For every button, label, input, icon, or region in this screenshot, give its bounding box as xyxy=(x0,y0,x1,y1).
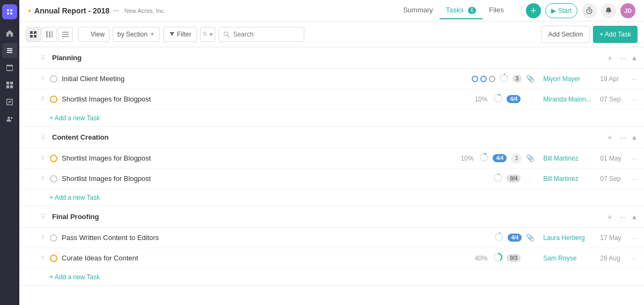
add-task-row: + Add a new Task xyxy=(19,110,644,127)
svg-rect-0 xyxy=(7,48,13,49)
logo xyxy=(2,4,17,19)
task-due-date: 17 May xyxy=(600,234,627,242)
section-chevron-icon[interactable]: ▲ xyxy=(631,134,638,141)
task-assignee[interactable]: Miyori Mayer xyxy=(543,75,591,83)
project-more[interactable]: ··· xyxy=(113,6,119,15)
view-label-button[interactable]: View xyxy=(78,27,109,42)
task-drag-handle[interactable]: ⠿ xyxy=(41,235,45,241)
task-checkbox[interactable] xyxy=(50,175,57,183)
task-drag-handle[interactable]: ⠿ xyxy=(41,176,45,181)
chevron-down-icon: ▼ xyxy=(150,31,155,37)
task-progress-ring xyxy=(494,94,502,104)
section-planning: ⠿ Planning + ··· ▲ ⠿ Initial Client Meet… xyxy=(19,47,644,127)
user-avatar[interactable]: JD xyxy=(620,3,635,18)
section-add-button[interactable]: + xyxy=(605,53,614,63)
task-drag-handle[interactable]: ⠿ xyxy=(41,155,45,161)
task-checkbox[interactable] xyxy=(50,75,57,83)
task-progress-ring xyxy=(495,233,503,243)
task-progress-ring xyxy=(494,253,502,263)
task-name: Shortlist Images for Blogpost xyxy=(62,154,456,162)
section-header-content-creation: ⠿ Content Creation + ··· ▲ xyxy=(19,127,644,148)
sidebar-home-icon[interactable] xyxy=(2,26,17,41)
section-more-button[interactable]: ··· xyxy=(617,132,628,143)
task-more-button[interactable]: ··· xyxy=(631,254,638,263)
section-select-button[interactable]: by Section ▼ xyxy=(113,27,160,42)
task-percent: 10% xyxy=(474,96,487,103)
table-row: ⠿ Shortlist Images for Blogpost 10% 4/4 … xyxy=(19,148,644,169)
section-add-button[interactable]: + xyxy=(605,132,614,143)
notify-button[interactable] xyxy=(601,3,616,18)
task-more-button[interactable]: ··· xyxy=(631,154,638,163)
section-actions: + ··· ▲ xyxy=(605,212,638,222)
task-checkbox[interactable] xyxy=(50,234,57,242)
search-input[interactable] xyxy=(233,31,287,38)
sidebar-calendar-icon[interactable] xyxy=(2,60,17,75)
sidebar-reports-icon[interactable] xyxy=(2,95,17,110)
sidebar xyxy=(0,0,19,305)
sidebar-dashboard-icon[interactable] xyxy=(2,77,17,92)
table-row: ⠿ Initial Client Meeting 3 📎 Miyori Maye… xyxy=(19,69,644,89)
section-header-planning: ⠿ Planning + ··· ▲ xyxy=(19,47,644,69)
svg-point-4 xyxy=(11,117,13,119)
project-title-area: ● Annual Report - 2018 ··· New Acres, In… xyxy=(28,6,397,15)
view-grid-button[interactable] xyxy=(26,27,41,42)
task-checkbox[interactable] xyxy=(50,96,57,103)
sidebar-people-icon[interactable] xyxy=(2,112,17,127)
add-task-link[interactable]: + Add a new Task xyxy=(49,194,100,201)
section-drag-handle[interactable]: ⠿ xyxy=(41,213,46,221)
section-drag-handle[interactable]: ⠿ xyxy=(41,54,46,62)
task-assignee[interactable]: Laura Herberg xyxy=(543,234,591,242)
sort-button[interactable]: ▼ xyxy=(200,27,215,42)
task-assignee[interactable]: Miranda Malon... xyxy=(543,96,591,103)
tab-summary[interactable]: Summary xyxy=(397,2,440,19)
section-final-proofing: ⠿ Final Proofing + ··· ▲ ⠿ Pass Written … xyxy=(19,206,644,286)
nav-tabs: Summary Tasks 6 Files xyxy=(397,2,510,19)
nav-divider xyxy=(521,5,522,16)
add-task-button[interactable]: + Add Task xyxy=(593,26,638,43)
view-toggle xyxy=(26,27,73,42)
top-nav: ● Annual Report - 2018 ··· New Acres, In… xyxy=(19,0,644,21)
sidebar-tasks-icon[interactable] xyxy=(2,43,17,58)
section-add-button[interactable]: + xyxy=(605,212,614,222)
section-chevron-icon[interactable]: ▲ xyxy=(631,213,638,221)
task-assignee[interactable]: Bill Martinez xyxy=(543,155,591,162)
filter-button[interactable]: Filter xyxy=(163,27,197,42)
svg-point-3 xyxy=(8,117,10,119)
task-more-button[interactable]: ··· xyxy=(631,95,638,104)
section-chevron-icon[interactable]: ▲ xyxy=(631,54,638,62)
section-more-button[interactable]: ··· xyxy=(617,212,628,222)
add-section-button[interactable]: Add Section xyxy=(541,26,590,43)
table-row: ⠿ Shortlist Images for Blogpost 10% 4/4 … xyxy=(19,89,644,110)
task-assignee[interactable]: Bill Martinez xyxy=(543,175,591,183)
section-header-final-proofing: ⠿ Final Proofing + ··· ▲ xyxy=(19,206,644,228)
tab-files[interactable]: Files xyxy=(482,2,510,19)
task-assignee[interactable]: Sam Royse xyxy=(543,255,591,262)
start-button[interactable]: ▶ Start xyxy=(545,3,577,18)
svg-rect-1 xyxy=(7,50,13,51)
task-checkbox[interactable] xyxy=(50,255,57,262)
view-board-button[interactable] xyxy=(42,27,57,42)
table-row: ⠿ Pass Written Content to Editors 4/4 📎 … xyxy=(19,228,644,248)
project-dot: ● xyxy=(28,8,31,13)
add-button[interactable]: + xyxy=(526,3,541,18)
task-drag-handle[interactable]: ⠿ xyxy=(41,96,45,102)
add-task-link[interactable]: + Add a new Task xyxy=(49,273,100,281)
task-tag-badge: 4/4 xyxy=(508,234,522,242)
section-drag-handle[interactable]: ⠿ xyxy=(41,134,46,141)
task-checkbox[interactable] xyxy=(50,155,57,162)
task-more-button[interactable]: ··· xyxy=(631,75,638,83)
view-list-button[interactable] xyxy=(58,27,73,42)
svg-rect-11 xyxy=(49,31,50,38)
content-area: ⠿ Planning + ··· ▲ ⠿ Initial Client Meet… xyxy=(19,47,644,305)
section-more-button[interactable]: ··· xyxy=(617,53,628,63)
task-name: Shortlist Images for Blogpost xyxy=(62,175,489,183)
timer-button[interactable] xyxy=(582,3,597,18)
task-more-button[interactable]: ··· xyxy=(631,175,638,183)
task-name: Initial Client Meeting xyxy=(62,75,467,83)
add-task-link[interactable]: + Add a new Task xyxy=(49,114,100,122)
play-icon: ▶ xyxy=(551,7,556,14)
task-more-button[interactable]: ··· xyxy=(631,234,638,242)
task-drag-handle[interactable]: ⠿ xyxy=(41,76,45,82)
tab-tasks[interactable]: Tasks 6 xyxy=(440,2,482,19)
task-drag-handle[interactable]: ⠿ xyxy=(41,255,45,261)
